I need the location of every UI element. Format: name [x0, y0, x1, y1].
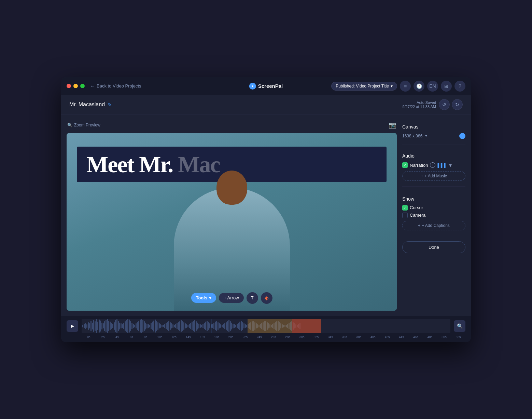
camera-show-label: Camera: [410, 213, 425, 218]
highlight-region-red: [292, 319, 321, 333]
screenpal-logo-icon: ●: [249, 83, 256, 90]
add-captions-label: + Add Captions: [422, 223, 450, 228]
waveform-bar: [108, 321, 109, 331]
waveform-bar: [181, 320, 182, 332]
app-name: ScreenPal: [258, 83, 283, 89]
waveform-bar: [219, 323, 220, 328]
waveform-bar: [231, 323, 232, 329]
waveform-bar: [222, 325, 223, 327]
minimize-button[interactable]: [73, 84, 78, 88]
waveform-bar: [92, 323, 93, 329]
layers-icon-btn[interactable]: ⊞: [441, 81, 452, 92]
zoom-preview-btn[interactable]: 🔍 Zoom Preview: [67, 123, 100, 127]
back-to-projects-button[interactable]: ← Back to Video Projects: [90, 83, 141, 89]
divider-1: [402, 145, 465, 145]
close-button[interactable]: [67, 84, 71, 88]
mac-faded-text: Mac: [178, 151, 220, 177]
waveform-bar: [167, 322, 168, 330]
divider-2: [402, 186, 465, 187]
add-arrow-button[interactable]: + Arrow: [219, 293, 243, 303]
waveform-bar: [197, 323, 198, 329]
cursor-row: ✓ Cursor: [402, 205, 465, 211]
waveform-bar: [148, 324, 149, 328]
cursor-show-label: Cursor: [410, 205, 423, 210]
waveform-bar: [235, 325, 236, 327]
waveform-bar: [182, 321, 183, 331]
search-icon: 🔍: [457, 323, 463, 329]
waveform-bar: [138, 321, 139, 331]
waveform-bar: [193, 321, 194, 331]
waveform-bar: [190, 323, 191, 329]
undo-button[interactable]: ↺: [439, 99, 450, 110]
waveform-bar: [127, 319, 128, 333]
ruler-label: 0s: [82, 335, 96, 339]
app-title-area: ● ScreenPal: [249, 83, 283, 90]
waveform-bar: [155, 320, 156, 333]
narration-bars-icon[interactable]: ▌▌▌: [437, 163, 447, 168]
waveform-bar: [89, 323, 90, 328]
waveform-bar: [97, 322, 98, 330]
chevron-down-icon: ▾: [391, 84, 393, 89]
done-button[interactable]: Done: [402, 241, 465, 253]
video-panel: 🔍 Zoom Preview 📷 Meet Mr. Mac: [67, 120, 397, 311]
captions-icon-btn[interactable]: ≡: [400, 81, 411, 92]
waveform-bar: [126, 320, 127, 332]
canvas-color-dot[interactable]: [459, 133, 465, 139]
waveform-bar: [119, 323, 120, 329]
ruler-label: 32s: [309, 335, 323, 339]
ruler-label: 52s: [451, 335, 465, 339]
waveform-bar: [104, 321, 105, 331]
waveform-bar: [141, 319, 142, 333]
waveform-bar: [171, 323, 172, 328]
tools-label: Tools: [196, 295, 207, 300]
narration-expand-icon[interactable]: ▾: [449, 162, 452, 168]
waveform-bar: [100, 321, 101, 332]
waveform-bar: [149, 325, 150, 327]
narration-checkbox[interactable]: ✓: [402, 162, 408, 168]
waveform-bar: [200, 324, 201, 328]
waveform-bar: [121, 323, 122, 328]
language-btn[interactable]: EN: [427, 81, 438, 92]
narration-row: ✓ Narration i ▌▌▌ ▾: [402, 162, 465, 168]
text-tool-button[interactable]: T: [247, 292, 258, 304]
waveform-bar: [166, 323, 167, 329]
narration-info-icon[interactable]: i: [430, 162, 435, 168]
waveform-bar: [157, 322, 158, 330]
search-timeline-button[interactable]: 🔍: [454, 320, 465, 332]
waveform-bar: [223, 324, 224, 328]
waveform-bar: [146, 324, 148, 328]
canvas-size-text: 1638 x 986: [402, 134, 422, 138]
camera-checkbox[interactable]: [402, 213, 408, 218]
waveform-bar: [238, 323, 239, 329]
waveform-bar: [95, 321, 96, 331]
timeline-track[interactable]: 0:16:00: [82, 319, 450, 333]
edit-title-icon[interactable]: ✎: [108, 102, 112, 107]
cursor-checkbox[interactable]: ✓: [402, 205, 408, 211]
history-icon-btn[interactable]: 🕐: [414, 81, 424, 92]
waveform-bar: [145, 323, 146, 329]
ruler-label: 34s: [323, 335, 338, 339]
add-music-button[interactable]: + + Add Music: [402, 171, 465, 181]
ruler-label: 14s: [181, 335, 195, 339]
redo-button[interactable]: ↻: [452, 99, 463, 110]
title-bar: ← Back to Video Projects ● ScreenPal Pub…: [61, 77, 471, 95]
waveform-bar: [122, 324, 123, 328]
tools-button[interactable]: Tools ▾: [191, 293, 216, 303]
canvas-size-row: 1638 x 986 ▾: [402, 133, 465, 139]
cursor-tool-button[interactable]: ⬖: [261, 292, 272, 304]
maximize-button[interactable]: [80, 84, 85, 88]
publish-button[interactable]: Published: Video Project Title ▾: [331, 82, 397, 91]
waveform-bar: [177, 323, 178, 329]
snapshot-icon[interactable]: 📷: [389, 121, 396, 129]
person-head: [216, 171, 247, 205]
waveform-bar: [90, 321, 92, 331]
add-captions-button[interactable]: + + Add Captions: [402, 221, 465, 230]
play-button[interactable]: ▶: [67, 320, 78, 332]
waveform-bar: [115, 320, 116, 332]
waveform-bar: [226, 322, 227, 330]
ruler-label: 24s: [252, 335, 267, 339]
playhead[interactable]: 0:16:00: [211, 319, 211, 333]
waveform-bar: [228, 320, 229, 332]
help-icon-btn[interactable]: ?: [454, 81, 465, 92]
audio-label: Audio: [402, 153, 465, 159]
